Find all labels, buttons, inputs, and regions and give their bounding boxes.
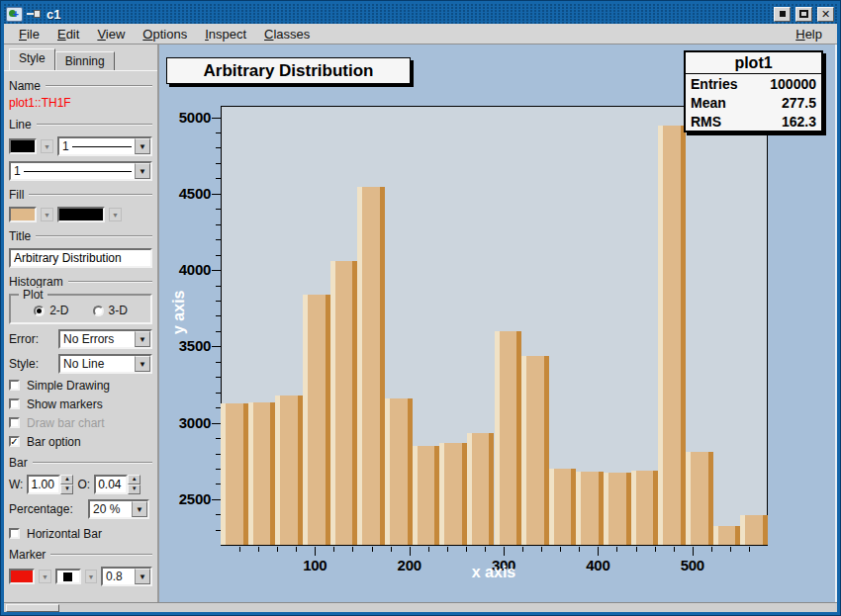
marker-size-select[interactable]: 0.8 ▼ [101, 567, 152, 586]
menu-item-options[interactable]: Options [134, 25, 196, 44]
name-section-header: Name [9, 79, 152, 93]
checkbox-icon[interactable] [9, 417, 20, 428]
canvas-pad[interactable]: 250030003500400045005000100200300400500 … [159, 44, 837, 602]
x-tick [560, 547, 561, 552]
menu-item-edit[interactable]: Edit [48, 25, 88, 44]
histogram-bar[interactable] [549, 469, 577, 545]
checkbox-show-markers[interactable]: Show markers [9, 396, 152, 411]
line-color-arrow-icon[interactable]: ▼ [41, 139, 53, 153]
histogram-bar[interactable] [686, 452, 713, 545]
histogram-bar[interactable] [439, 443, 467, 545]
close-icon: ✕ [821, 9, 830, 19]
fill-pattern-swatch[interactable] [57, 207, 105, 222]
chevron-down-icon[interactable]: ▼ [135, 569, 150, 584]
checkbox-icon[interactable] [9, 380, 20, 391]
fill-color-swatch[interactable] [9, 207, 37, 222]
histogram-bar[interactable] [221, 403, 248, 545]
spin-up-icon[interactable]: ▲ [60, 475, 73, 484]
chevron-down-icon[interactable]: ▼ [135, 331, 150, 347]
style-select[interactable]: No Line ▼ [58, 354, 152, 374]
fill-color-arrow-icon[interactable]: ▼ [41, 208, 53, 221]
line-width-select[interactable]: 1 ▼ [57, 136, 152, 156]
bar-offset-stepper[interactable]: ▲▼ [94, 475, 140, 494]
close-button[interactable]: ✕ [817, 7, 834, 22]
histogram-bar[interactable] [631, 471, 659, 545]
y-tick [216, 147, 221, 148]
horizontal-scrollbar[interactable] [4, 602, 837, 612]
stats-row-mean: Mean277.5 [686, 93, 821, 112]
menu-item-classes[interactable]: Classes [255, 25, 319, 44]
spin-up-icon[interactable]: ▲ [128, 475, 140, 484]
minimize-icon [780, 11, 786, 17]
checkbox-icon[interactable] [9, 528, 20, 539]
root-canvas-window: + c1 ✕ FileEditViewOptionsInspectClasses… [0, 0, 841, 616]
bar-width-stepper[interactable]: ▲▼ [27, 475, 73, 494]
menu-item-file[interactable]: File [10, 25, 48, 44]
x-tick [522, 547, 523, 552]
histogram-bar[interactable] [467, 433, 495, 545]
histogram-bar[interactable] [658, 126, 686, 545]
tab-style[interactable]: Style [9, 48, 55, 70]
tab-binning[interactable]: Binning [55, 51, 115, 70]
checkbox-simple-drawing[interactable]: Simple Drawing [9, 378, 152, 393]
histogram-bar[interactable] [413, 446, 440, 545]
menu-item-help[interactable]: Help [787, 25, 831, 44]
app-icon: + [6, 7, 23, 22]
radio-3-d[interactable]: 3-D [93, 304, 128, 317]
maximize-button[interactable] [795, 7, 812, 22]
histogram-bar[interactable] [248, 402, 276, 545]
histogram-bar[interactable] [495, 331, 522, 545]
x-axis-title: x axis [395, 564, 593, 581]
histogram-bar[interactable] [713, 526, 741, 545]
x-tick [541, 547, 542, 552]
line-style-select[interactable]: 1 ▼ [9, 161, 152, 181]
percentage-select[interactable]: 20 % ▼ [88, 499, 149, 519]
chevron-down-icon[interactable]: ▼ [135, 356, 150, 372]
histogram-bar[interactable] [303, 295, 330, 545]
menu-item-view[interactable]: View [88, 25, 134, 44]
spin-down-icon[interactable]: ▼ [60, 484, 73, 494]
histogram-bar[interactable] [330, 261, 358, 545]
minimize-button[interactable] [774, 7, 791, 22]
chevron-down-icon[interactable]: ▼ [135, 163, 150, 179]
checkbox-bar-option[interactable]: ✓Bar option [9, 434, 152, 449]
checkbox-horizontal-bar[interactable]: Horizontal Bar [9, 526, 152, 541]
spin-down-icon[interactable]: ▼ [128, 484, 140, 494]
histogram-bar[interactable] [576, 472, 604, 545]
x-tick [598, 547, 599, 556]
histogram-bar[interactable] [385, 398, 413, 545]
chevron-down-icon[interactable]: ▼ [132, 501, 147, 517]
titlebar[interactable]: + c1 ✕ [4, 4, 837, 24]
radio-icon[interactable] [93, 306, 104, 316]
y-tick-label: 2500 [159, 490, 211, 508]
histogram-bar[interactable] [275, 396, 303, 545]
radio-icon[interactable] [34, 306, 45, 316]
menu-item-inspect[interactable]: Inspect [196, 25, 255, 44]
checkbox-draw-bar-chart[interactable]: Draw bar chart [9, 415, 152, 430]
marker-color-arrow-icon[interactable]: ▼ [39, 570, 50, 583]
scrollbar-thumb[interactable] [6, 604, 59, 612]
title-label: Title [9, 229, 31, 243]
fill-section-header: Fill [9, 188, 152, 202]
error-select[interactable]: No Errors ▼ [58, 329, 152, 349]
marker-shape-swatch[interactable] [55, 569, 81, 584]
histogram-bar[interactable] [357, 187, 385, 545]
histogram-bar[interactable] [740, 515, 768, 545]
title-section-header: Title [9, 229, 152, 243]
plot-frame[interactable] [221, 106, 768, 546]
y-tick [216, 163, 221, 164]
stats-box[interactable]: plot1 Entries100000Mean277.5RMS162.3 [684, 50, 823, 132]
radio-2-d[interactable]: 2-D [34, 304, 68, 317]
pin-icon[interactable] [27, 10, 41, 18]
line-color-swatch[interactable] [9, 138, 37, 154]
checkbox-icon[interactable] [9, 398, 20, 409]
fill-pattern-arrow-icon[interactable]: ▼ [109, 208, 122, 221]
histogram-bar[interactable] [604, 473, 631, 545]
histogram-title-box[interactable]: Arbitrary Distribution [166, 57, 411, 84]
title-input[interactable] [9, 248, 152, 268]
marker-shape-arrow-icon[interactable]: ▼ [85, 570, 97, 583]
histogram-bar[interactable] [521, 356, 549, 545]
marker-color-swatch[interactable] [9, 569, 35, 584]
checkbox-icon[interactable]: ✓ [9, 436, 20, 447]
chevron-down-icon[interactable]: ▼ [135, 138, 150, 154]
